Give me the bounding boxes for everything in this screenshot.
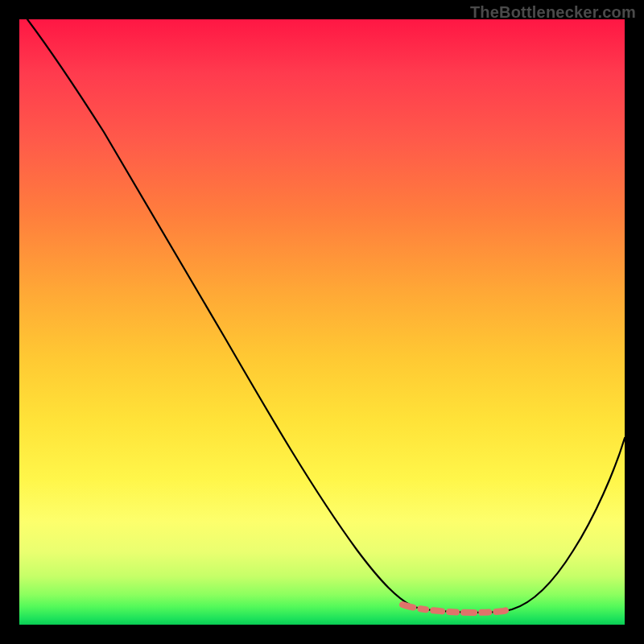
chart-frame: TheBottlenecker.com bbox=[0, 0, 644, 644]
chart-plot-area bbox=[19, 19, 625, 625]
attribution-label: TheBottlenecker.com bbox=[470, 3, 636, 22]
chart-svg bbox=[19, 19, 625, 625]
bottleneck-curve bbox=[27, 19, 625, 613]
